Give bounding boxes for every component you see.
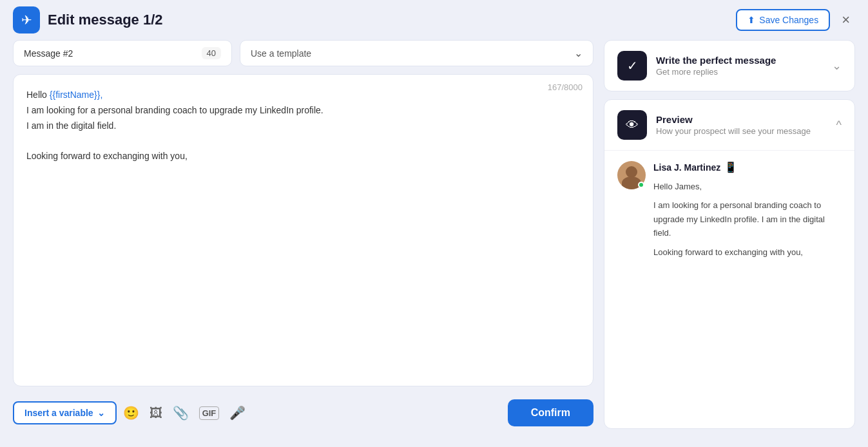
chevron-down-icon: ⌄	[574, 47, 583, 59]
toolbar: Insert a variable ⌄ 🙂 🖼 📎 GIF 🎤 Confirm	[13, 394, 593, 429]
editor-line1-prefix: Hello	[26, 90, 50, 100]
page-title: Edit message 1/2	[48, 12, 163, 28]
editor-line4: Looking forward to exchanging with you,	[26, 149, 580, 164]
header-left: ✈ Edit message 1/2	[13, 6, 163, 33]
gif-icon[interactable]: GIF	[199, 406, 220, 420]
logo-icon: ✈	[13, 6, 40, 33]
preview-header: 👁 Preview How your prospect will see you…	[617, 110, 842, 140]
message-label-box: Message #2 40	[13, 40, 232, 66]
insert-variable-chevron: ⌄	[97, 408, 105, 418]
insert-variable-label: Insert a variable	[24, 408, 93, 418]
divider	[604, 150, 854, 151]
tip-chevron-down-icon[interactable]: ⌄	[832, 59, 842, 73]
header-right: ⬆ Save Changes ×	[736, 9, 855, 31]
close-button[interactable]: ×	[836, 9, 855, 31]
template-select-text: Use a template	[251, 48, 311, 59]
preview-line2: I am looking for a personal branding coa…	[653, 198, 842, 240]
tip-subtitle: Get more replies	[656, 67, 776, 77]
mic-icon[interactable]: 🎤	[229, 405, 246, 421]
online-status-dot	[638, 182, 644, 188]
right-panel: ✓ Write the perfect message Get more rep…	[604, 40, 855, 429]
preview-header-left: 👁 Preview How your prospect will see you…	[617, 110, 811, 140]
editor-area[interactable]: 167/8000 Hello {{firstName}}, I am looki…	[13, 74, 593, 386]
save-changes-label: Save Changes	[759, 15, 818, 25]
save-icon: ⬆	[747, 15, 755, 25]
preview-card: 👁 Preview How your prospect will see you…	[604, 99, 855, 429]
toolbar-left: Insert a variable ⌄ 🙂 🖼 📎 GIF 🎤	[13, 401, 246, 424]
avatar	[617, 161, 646, 189]
preview-sender: Lisa J. Martinez 📱	[653, 161, 842, 173]
eye-icon: 👁	[626, 118, 639, 133]
save-changes-button[interactable]: ⬆ Save Changes	[736, 9, 830, 31]
preview-text: Hello James, I am looking for a personal…	[653, 180, 842, 259]
preview-line1: Hello James,	[653, 180, 842, 193]
preview-icon-box: 👁	[617, 110, 647, 140]
template-select[interactable]: Use a template ⌄	[240, 40, 593, 66]
header: ✈ Edit message 1/2 ⬆ Save Changes ×	[0, 0, 868, 40]
char-count-badge: 40	[202, 47, 221, 59]
editor-content: Hello {{firstName}}, I am looking for a …	[26, 85, 580, 164]
preview-message-content: Lisa J. Martinez 📱 Hello James, I am loo…	[653, 161, 842, 259]
message-label: Message #2	[24, 48, 73, 59]
preview-title: Preview	[656, 114, 811, 125]
toolbar-icons: 🙂 🖼 📎 GIF 🎤	[123, 405, 246, 421]
preview-subtitle: How your prospect will see your message	[656, 126, 811, 136]
char-count-top: 167/8000	[548, 82, 583, 92]
tip-title: Write the perfect message	[656, 55, 776, 66]
confirm-button[interactable]: Confirm	[508, 399, 593, 426]
tip-card: ✓ Write the perfect message Get more rep…	[604, 40, 855, 91]
tip-text-group: Write the perfect message Get more repli…	[656, 55, 776, 77]
preview-message-box: Lisa J. Martinez 📱 Hello James, I am loo…	[617, 161, 842, 259]
phone-emoji: 📱	[724, 161, 737, 173]
editor-line2: I am looking for a personal branding coa…	[26, 103, 580, 119]
checkmark-icon: ✓	[627, 58, 638, 73]
insert-variable-button[interactable]: Insert a variable ⌄	[13, 401, 117, 424]
preview-text-group: Preview How your prospect will see your …	[656, 114, 811, 136]
attachment-icon[interactable]: 📎	[173, 405, 189, 421]
emoji-icon[interactable]: 🙂	[123, 405, 139, 421]
editor-line3: I am in the digital field.	[26, 119, 580, 134]
controls-row: Message #2 40 Use a template ⌄	[13, 40, 593, 66]
editor-variable: {{firstName}},	[50, 90, 103, 100]
preview-sender-name: Lisa J. Martinez	[653, 162, 720, 173]
preview-chevron-up-icon[interactable]: ^	[836, 119, 842, 132]
tip-card-left: ✓ Write the perfect message Get more rep…	[617, 51, 776, 81]
image-icon[interactable]: 🖼	[149, 406, 162, 421]
preview-line3: Looking forward to exchanging with you,	[653, 245, 842, 259]
main-content: Message #2 40 Use a template ⌄ 167/8000 …	[0, 40, 868, 442]
left-panel: Message #2 40 Use a template ⌄ 167/8000 …	[13, 40, 593, 429]
tip-icon-box: ✓	[617, 51, 647, 81]
